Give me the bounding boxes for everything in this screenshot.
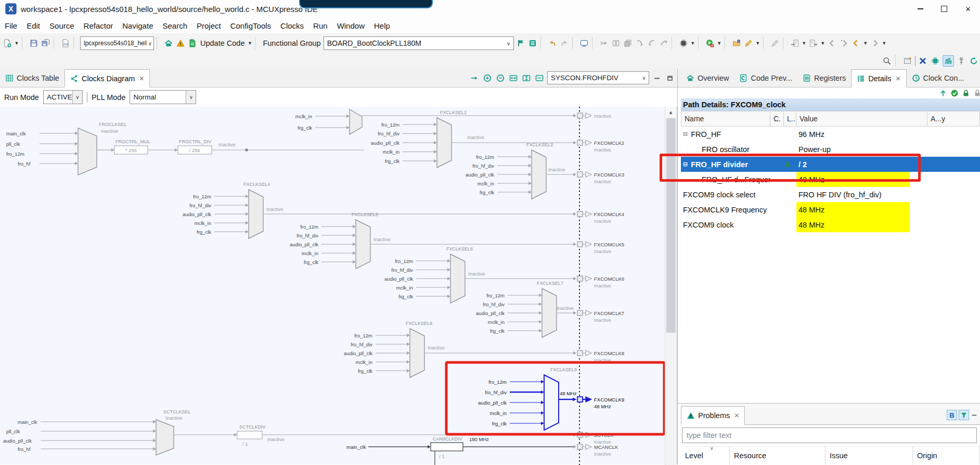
binary-file-icon[interactable]: 010 xyxy=(60,38,71,48)
diagram-target-combo[interactable]: SYSCON.FROHFDIV ∨ xyxy=(547,71,649,84)
details-column-l[interactable]: L.. xyxy=(784,111,796,127)
menu-item-clocks[interactable]: Clocks xyxy=(276,18,308,33)
mux-FXCLKSEL9[interactable]: fro_12mfro_hf_divaudio_pll_clkmclk_infrg… xyxy=(478,367,577,430)
run-dropdown-icon[interactable]: ▼ xyxy=(717,41,722,46)
unlock-icon[interactable] xyxy=(973,89,980,97)
forward-new-arrow-icon[interactable] xyxy=(839,38,849,48)
menu-item-search[interactable]: Search xyxy=(158,18,192,33)
problems-column-resource[interactable]: Resource xyxy=(730,446,826,464)
flag-icon[interactable] xyxy=(515,38,526,48)
mux-top[interactable]: mclk_infrg_clk xyxy=(295,109,575,134)
filter-funnel-icon[interactable] xyxy=(959,410,969,420)
chevron-down-icon[interactable]: ∨ xyxy=(147,37,153,49)
export-dropdown-icon[interactable]: ▼ xyxy=(820,41,826,46)
expander-icon[interactable]: ⊟ xyxy=(683,131,688,137)
output-FXCOMCLK3[interactable]: FXCOMCLK3Inactive xyxy=(573,172,624,184)
undo-icon[interactable] xyxy=(547,38,558,48)
back-history-dropdown-icon[interactable]: ▼ xyxy=(863,41,868,46)
restore-view-icon[interactable] xyxy=(665,73,675,83)
warning-icon[interactable] xyxy=(175,38,186,48)
scroll-up-icon[interactable]: ▲ xyxy=(665,107,676,117)
pen-dropdown-icon[interactable]: ▼ xyxy=(755,41,760,46)
memory-dropdown-icon[interactable]: ▼ xyxy=(690,41,695,46)
drop-to-frame-icon[interactable] xyxy=(647,38,657,48)
close-icon[interactable]: ✕ xyxy=(734,412,739,419)
refresh-perspective-icon[interactable] xyxy=(969,56,979,66)
clocks-perspective-icon[interactable] xyxy=(943,55,954,67)
step-return-icon[interactable] xyxy=(635,38,645,48)
mux-FXCLKSEL7[interactable]: fro_12mfro_hf_divaudio_pll_clkmclk_infrg… xyxy=(476,281,575,337)
sct-clock-group[interactable]: main_clkpll_clkaudio_pll_clkfro_hfSCTCLK… xyxy=(3,409,575,455)
menu-item-file[interactable]: File xyxy=(0,18,22,33)
import-icon[interactable] xyxy=(790,38,800,48)
table-row[interactable]: ⊟FRO_HF divider/ 2 xyxy=(681,157,980,172)
output-FXCOMCLK6[interactable]: FXCOMCLK6Inactive xyxy=(573,276,624,288)
tab-overview[interactable]: Overview xyxy=(681,69,734,87)
step-into-icon[interactable] xyxy=(611,38,621,48)
details-column-c[interactable]: C. xyxy=(770,111,784,127)
table-row[interactable]: ⊟FRO_HF96 MHz xyxy=(681,127,980,142)
back-history-icon[interactable] xyxy=(851,38,861,48)
validate-icon[interactable] xyxy=(950,89,959,97)
mux-FXCLKSEL3[interactable]: fro_12mfro_hf_divaudio_pll_clkmclk_infrg… xyxy=(466,142,575,199)
chevron-down-icon[interactable]: ∨ xyxy=(72,91,82,104)
chip-perspective-icon[interactable] xyxy=(930,56,940,66)
functional-group-combo[interactable]: BOARD_BootClockPLL180M ∨ xyxy=(324,36,514,50)
back-arrow-icon[interactable] xyxy=(827,38,837,48)
output-FXCOMCLK4[interactable]: FXCOMCLK4Inactive xyxy=(573,211,624,224)
output-FXCOMCLK9[interactable]: FXCOMCLK948 MHz xyxy=(573,397,624,409)
forward-history-icon[interactable] xyxy=(870,38,880,48)
tab-clocks-table[interactable]: Clocks Table xyxy=(0,69,65,87)
chevron-down-icon[interactable]: ∨ xyxy=(639,72,649,84)
menu-item-help[interactable]: Help xyxy=(369,18,395,33)
update-code-icon[interactable] xyxy=(187,38,198,48)
output-MCANCLK[interactable]: MCANCLKInactive xyxy=(573,444,618,457)
new-file-icon[interactable] xyxy=(2,38,12,48)
details-column-ay[interactable]: A...y xyxy=(927,111,980,127)
diagram-vertical-scrollbar[interactable]: ▲ xyxy=(665,107,676,465)
resume-at-line-icon[interactable] xyxy=(659,38,669,48)
forward-history-dropdown-icon[interactable]: ▼ xyxy=(882,41,887,46)
clocks-diagram-canvas[interactable]: mclk_infrg_clkfro_12mfro_hf_divaudio_pll… xyxy=(0,107,677,464)
scrollbar-thumb[interactable] xyxy=(666,118,676,333)
pll-mode-combo[interactable]: Normal ∨ xyxy=(130,90,196,104)
table-row[interactable]: FRO_HF d...Frequenc48 MHz xyxy=(681,172,980,187)
export-icon[interactable] xyxy=(808,38,819,48)
output-FXCOMCLK7[interactable]: FXCOMCLK7Inactive xyxy=(573,310,624,323)
chevron-down-icon[interactable]: ∨ xyxy=(504,37,513,49)
menu-item-run[interactable]: Run xyxy=(308,18,332,33)
mux-FXCLKSEL4[interactable]: fro_12mfro_hf_divaudio_pll_clkmclk_infrg… xyxy=(183,182,575,238)
menu-item-navigate[interactable]: Navigate xyxy=(118,18,158,33)
table-row[interactable]: FXCOM9 clock selectFRO HF DIV (fro_hf_di… xyxy=(681,187,980,202)
lock-icon[interactable] xyxy=(962,89,970,97)
run-icon[interactable] xyxy=(705,38,715,48)
details-column-name[interactable]: Name xyxy=(681,111,770,127)
zoom-in-icon[interactable] xyxy=(482,73,493,83)
tab-clock-con[interactable]: Clock Con... xyxy=(907,69,970,87)
problems-column-origin[interactable]: Origin xyxy=(913,446,980,464)
tab-clocks-diagram[interactable]: Clocks Diagram ✕ xyxy=(65,69,150,87)
step-over-icon[interactable] xyxy=(599,38,609,48)
open-perspective-icon[interactable] xyxy=(902,56,913,66)
run-mode-combo[interactable]: ACTIVE ∨ xyxy=(43,90,83,104)
output-FXCOMCLK5[interactable]: FXCOMCLK5Inactive xyxy=(573,242,624,254)
menu-item-configtools[interactable]: ConfigTools xyxy=(226,18,276,33)
mux-FXCLKSEL8[interactable]: fro_12mfro_hf_divaudio_pll_clkmclk_infrg… xyxy=(344,321,575,378)
fit-page-icon[interactable] xyxy=(534,73,545,83)
details-column-value[interactable]: Value xyxy=(796,111,927,127)
zoom-out-icon[interactable] xyxy=(495,73,506,83)
output-FXCOMCLK8[interactable]: FXCOMCLK8Inactive xyxy=(573,350,624,363)
open-project-icon[interactable] xyxy=(731,38,742,48)
redo-icon[interactable] xyxy=(559,38,570,48)
import-dropdown-icon[interactable]: ▼ xyxy=(802,41,807,46)
problems-column-level[interactable]: Level xyxy=(681,446,730,464)
menu-item-refactor[interactable]: Refactor xyxy=(79,18,118,33)
fit-height-icon[interactable] xyxy=(521,73,532,83)
menu-item-edit[interactable]: Edit xyxy=(22,18,45,33)
highlight-pen-icon[interactable] xyxy=(743,38,754,48)
close-icon[interactable]: ✕ xyxy=(896,75,901,82)
memory-icon[interactable] xyxy=(678,38,689,48)
tab-code-prev[interactable]: Code Prev... xyxy=(734,69,797,87)
go-to-icon[interactable] xyxy=(469,73,480,83)
pins-perspective-icon[interactable] xyxy=(956,56,966,66)
